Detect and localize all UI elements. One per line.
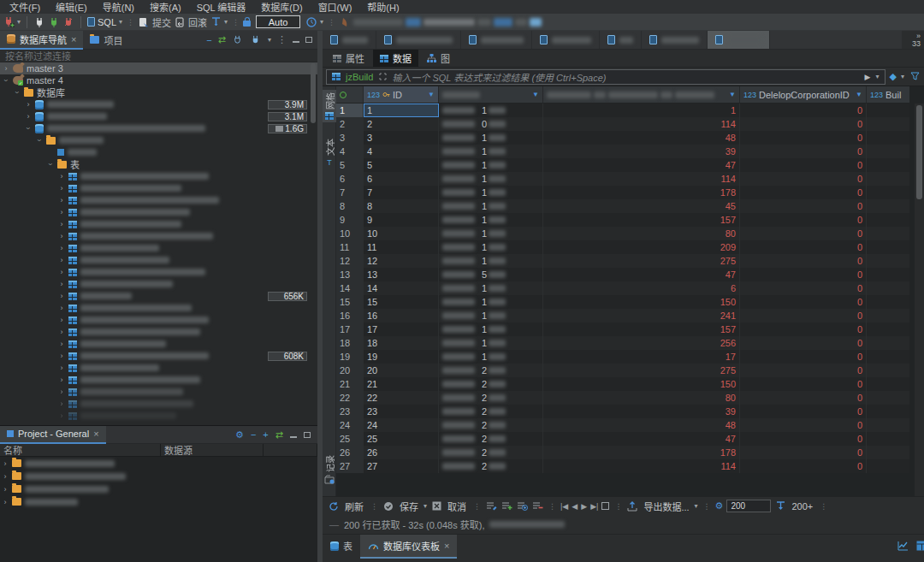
tree-table[interactable]: › [0, 386, 317, 398]
row-number[interactable]: 23 [336, 405, 364, 418]
cell-build[interactable] [867, 131, 909, 145]
tree-database[interactable]: ›3.9M [0, 98, 317, 110]
cell-number[interactable]: 178 [543, 186, 740, 199]
expander-icon[interactable]: › [58, 292, 65, 300]
cell-build[interactable] [867, 268, 909, 281]
expander-icon[interactable]: › [58, 340, 65, 348]
tab-database-navigator[interactable]: 数据库导航 × [0, 31, 83, 50]
cell-build[interactable] [867, 186, 909, 199]
panel-toggle-icon[interactable] [915, 540, 924, 552]
cell-build[interactable] [867, 350, 909, 364]
side-tab-record[interactable]: 记录 [323, 453, 336, 487]
cell-id[interactable]: 16 [364, 309, 439, 322]
tab-overflow-indicator[interactable]: »33 [902, 31, 924, 49]
expander-icon[interactable]: › [2, 485, 9, 494]
expander-icon[interactable]: › [58, 232, 65, 240]
cell-id[interactable]: 9 [364, 213, 439, 227]
new-connection-dropdown[interactable]: ▾ [17, 18, 21, 26]
cell-redacted[interactable]: 1 [439, 281, 543, 295]
row-number[interactable]: 7 [336, 186, 364, 199]
cell-redacted[interactable]: 1 [439, 309, 543, 322]
sort-icon[interactable]: ▼ [856, 91, 862, 98]
cell-id[interactable]: 10 [364, 227, 439, 240]
history-clock-icon[interactable] [305, 16, 317, 28]
cell-redacted[interactable]: 2 [439, 405, 543, 418]
cell-id[interactable]: 8 [364, 199, 439, 213]
commit-button[interactable]: 提交 [152, 15, 171, 29]
transaction-log-icon[interactable] [210, 16, 222, 28]
expander-icon[interactable]: › [58, 364, 65, 372]
cell-build[interactable] [867, 459, 909, 473]
fetch-next-icon[interactable] [774, 500, 786, 512]
row-number[interactable]: 25 [336, 432, 364, 446]
cell-dcid[interactable]: 0 [740, 104, 867, 117]
cell-build[interactable] [867, 158, 909, 172]
cell-dcid[interactable]: 0 [740, 117, 867, 131]
row-number[interactable]: 4 [336, 145, 364, 158]
expander-icon[interactable]: › [2, 77, 10, 84]
plug-filter-icon[interactable] [250, 34, 262, 46]
row-number[interactable]: 12 [336, 254, 364, 268]
row-number[interactable]: 13 [336, 268, 364, 281]
cell-redacted[interactable]: 1 [439, 131, 543, 145]
sort-icon[interactable]: ▼ [532, 91, 539, 98]
first-row-icon[interactable]: |◀ [560, 502, 568, 511]
sql-filter-input[interactable]: jzBuild 输入一个 SQL 表达式来过滤结果 (使用 Ctrl+Space… [326, 69, 886, 85]
expander-icon[interactable]: › [58, 268, 65, 276]
cell-number[interactable]: 47 [543, 268, 740, 281]
tree-folder-databases[interactable]: ›数据库 [0, 86, 317, 98]
tab-diagram[interactable]: 图 [420, 50, 457, 67]
tree-table[interactable]: ›656K [0, 290, 317, 302]
cell-dcid[interactable]: 0 [740, 295, 867, 309]
expander-icon[interactable]: › [58, 280, 65, 288]
redacted-tool-icon[interactable] [339, 16, 351, 28]
cell-number[interactable]: 256 [543, 336, 740, 350]
tree-folder-redacted[interactable]: › [0, 134, 317, 146]
cell-dcid[interactable]: 0 [740, 268, 867, 281]
row-number[interactable]: 18 [336, 336, 364, 350]
expander-icon[interactable]: › [58, 352, 65, 360]
cell-number[interactable]: 39 [543, 405, 740, 418]
plug-small-icon[interactable] [232, 34, 244, 46]
row-number[interactable]: 8 [336, 199, 364, 213]
cell-dcid[interactable]: 0 [740, 459, 867, 473]
row-number[interactable]: 6 [336, 172, 364, 186]
cell-redacted[interactable]: 1 [439, 240, 543, 254]
column-header-id[interactable]: 123 ID ▼ [364, 86, 439, 103]
cell-build[interactable] [867, 117, 909, 131]
fetch-settings-icon[interactable]: ⚙ [715, 500, 724, 512]
tree-table[interactable]: › [0, 254, 317, 266]
tree-table[interactable]: › [0, 398, 317, 410]
link-editor-icon[interactable]: ⇄ [218, 34, 226, 45]
fetch-more-button[interactable]: 200+ [791, 501, 813, 512]
tree-table[interactable]: › [0, 338, 317, 350]
cell-id[interactable]: 11 [364, 240, 439, 254]
side-tab-text[interactable]: 文本 T [323, 136, 336, 169]
cell-redacted[interactable]: 1 [439, 336, 543, 350]
expander-icon[interactable]: › [2, 472, 9, 481]
tree-table[interactable]: › [0, 374, 317, 386]
filter-history-dropdown[interactable]: ▾ [876, 73, 880, 80]
filter-funnel-icon[interactable] [909, 71, 921, 83]
expander-icon[interactable]: › [58, 387, 65, 396]
cell-dcid[interactable]: 0 [740, 281, 867, 295]
cell-dcid[interactable]: 0 [740, 240, 867, 254]
cell-number[interactable]: 114 [543, 117, 740, 131]
fetch-size-input[interactable] [726, 500, 771, 512]
row-number[interactable]: 15 [336, 295, 364, 309]
link-icon[interactable]: ⇄ [275, 429, 283, 441]
sql-editor-dropdown[interactable]: ▾ [119, 18, 122, 26]
close-icon[interactable]: × [93, 429, 98, 439]
cell-id[interactable]: 13 [364, 268, 439, 281]
project-row[interactable]: › [0, 457, 317, 470]
close-icon[interactable]: × [444, 541, 449, 551]
tree-table[interactable]: › [0, 278, 317, 290]
row-number[interactable]: 20 [336, 364, 364, 377]
row-number[interactable]: 21 [336, 377, 364, 391]
cell-id[interactable]: 18 [364, 336, 439, 350]
cell-number[interactable]: 114 [543, 459, 740, 473]
cell-number[interactable]: 80 [543, 391, 740, 405]
tree-scrollbar[interactable] [311, 63, 316, 123]
duplicate-row-icon[interactable] [516, 500, 528, 512]
cell-id[interactable]: 7 [364, 186, 439, 199]
